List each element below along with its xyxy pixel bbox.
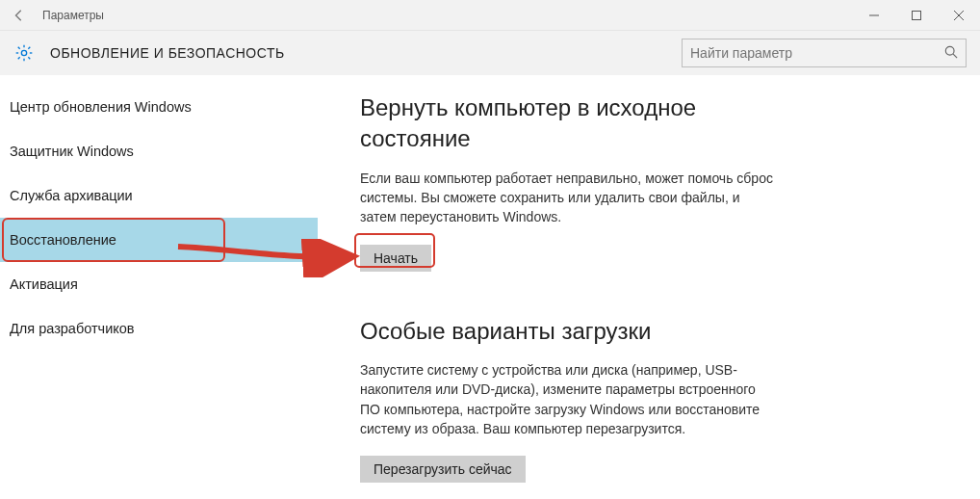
advanced-startup-heading: Особые варианты загрузки [360, 316, 784, 347]
gear-icon [13, 42, 35, 64]
svg-line-8 [18, 57, 20, 59]
back-arrow-icon [13, 9, 26, 22]
sidebar-item-label: Защитник Windows [10, 144, 134, 159]
sidebar-item-backup[interactable]: Служба архивации [0, 173, 318, 218]
search-icon [944, 45, 958, 62]
svg-line-6 [18, 47, 20, 49]
restart-now-button[interactable]: Перезагрузить сейчас [360, 456, 526, 483]
svg-point-10 [945, 46, 954, 55]
sidebar-item-activation[interactable]: Активация [0, 262, 318, 306]
titlebar: Параметры [0, 0, 980, 31]
sidebar-item-label: Центр обновления Windows [10, 99, 192, 115]
sidebar-item-label: Служба архивации [10, 188, 133, 203]
sidebar-item-windows-update[interactable]: Центр обновления Windows [0, 85, 318, 129]
reset-heading: Вернуть компьютер в исходное состояние [360, 92, 784, 155]
sidebar-item-defender[interactable]: Защитник Windows [0, 129, 318, 173]
search-input[interactable] [690, 45, 944, 61]
window-title: Параметры [42, 9, 104, 22]
svg-line-7 [28, 57, 30, 59]
content-area: Вернуть компьютер в исходное состояние Е… [318, 75, 980, 499]
window-controls [853, 0, 980, 31]
sidebar-item-recovery[interactable]: Восстановление [0, 218, 318, 262]
header-bar: ОБНОВЛЕНИЕ И БЕЗОПАСНОСТЬ [0, 31, 980, 75]
search-box[interactable] [682, 39, 967, 67]
sidebar-item-label: Для разработчиков [10, 321, 135, 336]
reset-description: Если ваш компьютер работает неправильно,… [360, 169, 774, 227]
advanced-startup-description: Запустите систему с устройства или диска… [360, 360, 774, 438]
sidebar-item-label: Активация [10, 276, 78, 292]
svg-rect-0 [913, 11, 921, 19]
sidebar-item-for-developers[interactable]: Для разработчиков [0, 306, 318, 351]
sidebar-item-label: Восстановление [10, 232, 116, 248]
maximize-button[interactable] [895, 0, 938, 31]
category-title: ОБНОВЛЕНИЕ И БЕЗОПАСНОСТЬ [50, 45, 285, 61]
back-button[interactable] [0, 0, 39, 31]
svg-line-9 [28, 47, 30, 49]
svg-line-11 [953, 54, 957, 58]
sidebar: Центр обновления Windows Защитник Window… [0, 75, 318, 499]
reset-start-button[interactable]: Начать [360, 245, 431, 272]
close-button[interactable] [938, 0, 980, 31]
svg-point-1 [21, 50, 26, 55]
minimize-button[interactable] [853, 0, 895, 31]
